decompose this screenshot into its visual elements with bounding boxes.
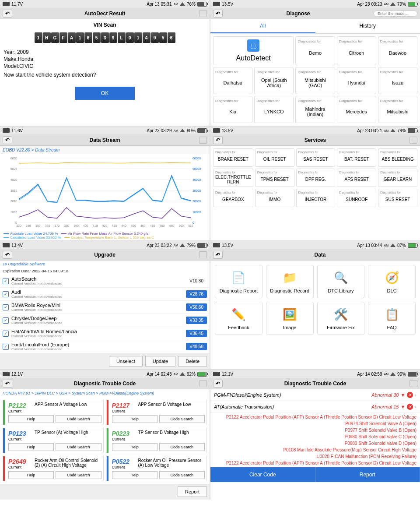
upgrade-row[interactable]: ✓Chrysler/Dodge/JeepCurrent Version: not… [0,314,210,327]
help-button[interactable]: Help [112,471,158,479]
service-card[interactable]: Diagnostics forBAT. RESET [337,148,376,167]
update-button[interactable]: Update [145,356,175,366]
service-card[interactable]: Diagnostics forBRAKE RESET [213,148,253,167]
upgrade-row[interactable]: ✓Ford/Lincoln/Ford (Europe)Current Versi… [0,340,210,353]
help-button[interactable]: Help [8,471,54,479]
upgrade-row[interactable]: ✓AudiCurrent Version: not downloadedV28.… [0,288,210,301]
data-card[interactable]: 🔍DTC Library [317,265,365,298]
back-button[interactable]: ↶ [3,380,12,388]
autodetect-card[interactable]: ⬚ AutoDetect [213,36,294,65]
brand-card[interactable]: Diagnostics forIsuzu [378,67,417,94]
service-card[interactable]: Diagnostics forSUNROOF [337,189,376,207]
clear-code-button[interactable]: Clear Code [210,467,315,482]
action-icon[interactable] [199,137,207,144]
service-card[interactable]: Diagnostics forDPF REG. [296,169,336,187]
data-card[interactable]: 🖼️Image [266,302,314,335]
back-button[interactable]: ↶ [213,136,223,144]
brand-card[interactable]: Diagnostics forMercedes [337,96,376,123]
brand-card[interactable]: Diagnostics forOpel (South Africa) [254,67,294,94]
help-button[interactable]: Help [112,415,158,423]
system-row[interactable]: AT(Automatic Transmission)Abnormal 15 ▼✕… [210,401,420,413]
brand-card[interactable]: Diagnostics forKia [213,96,252,123]
panel-autodetect-result: 11.7V Apr 13 05:31AM76% ↶ AutoDect Resul… [0,0,210,126]
action-icon[interactable] [410,137,417,144]
service-card[interactable]: Diagnostics forGEARBOX [213,189,253,207]
checkbox[interactable]: ✓ [3,304,9,310]
help-button[interactable]: Help [8,443,54,451]
search-input[interactable] [374,11,417,17]
back-button[interactable]: ↶ [3,10,12,18]
service-card[interactable]: Diagnostics forTPMS RESET [255,169,294,187]
help-button[interactable]: Help [8,415,54,423]
checkbox[interactable]: ✓ [3,344,9,350]
brand-card[interactable]: Diagnostics forMitsubishi (GAC) [295,67,335,94]
report-button[interactable]: Report [178,486,207,497]
brand-card[interactable]: Diagnostics forCitroen [337,36,376,65]
service-card[interactable]: Diagnostics forGEAR LEARN [378,169,417,187]
service-card[interactable]: Diagnostics forELEC.THROTTLE RLRN [213,169,253,187]
upgrade-row[interactable]: ✓AutoSearchCurrent Version: not download… [0,275,210,288]
svg-text:470: 470 [150,224,155,227]
service-card[interactable]: Diagnostics forINJECTOR [296,189,336,207]
ok-button[interactable]: OK [75,87,135,100]
system-row[interactable]: PGM-FI/Diesel(Engine System)Abnormal 30 … [210,389,420,401]
back-button[interactable]: ↶ [213,251,223,259]
vin-digit: 9 [109,32,117,43]
service-card[interactable]: Diagnostics forSAS RESET [296,148,336,167]
tab-all[interactable]: All [210,19,315,33]
data-card[interactable]: 🧭DLC [368,265,416,298]
data-card[interactable]: 📄Diagnostic Report [215,265,262,298]
back-button[interactable]: ↶ [213,10,223,18]
svg-text:60000: 60000 [192,157,201,160]
svg-text:340: 340 [26,224,31,227]
data-card[interactable]: 🛠️Firmware Fix [317,302,365,335]
checkbox[interactable]: ✓ [3,278,9,284]
code-search-button[interactable]: Code Search [56,415,101,423]
brand-card[interactable]: Diagnostics forDaewoo [378,36,417,65]
brand-card[interactable]: Diagnostics forDemo [295,36,335,65]
tab-history[interactable]: History [315,19,420,33]
service-card[interactable]: Diagnostics forAFS RESET [337,169,376,187]
back-button[interactable]: ↶ [3,136,12,144]
code-search-button[interactable]: Code Search [56,471,101,479]
code-search-button[interactable]: Code Search [56,443,101,451]
upgrade-row[interactable]: ✓Fiat/Abarth/Alfa Romeo/LanciaCurrent Ve… [0,327,210,340]
dtc-code: P0123 [8,430,33,437]
service-card[interactable]: Diagnostics forABS BLEEDING [378,148,417,167]
dtc-line: P2122 Accelerator Pedal Position (APP) S… [214,460,416,466]
brand-card[interactable]: Diagnostics forMitsubishi [378,96,417,123]
code-search-button[interactable]: Code Search [159,443,205,451]
upgrade-row[interactable]: ✓BMW/Rolls Royce/MiniCurrent Version: no… [0,301,210,314]
action-icon[interactable] [410,380,417,387]
code-search-button[interactable]: Code Search [159,415,205,423]
back-button[interactable]: ↶ [3,251,12,259]
panel-data-stream: 11.6V Apr 23 03:29AM80% ↶ Data Stream EO… [0,127,210,240]
close-icon[interactable]: ✕ [407,404,413,410]
checkbox[interactable]: ✓ [3,317,9,324]
back-button[interactable]: ↶ [213,380,223,388]
brand-card[interactable]: Diagnostics forHyundai [337,67,376,94]
service-card[interactable]: Diagnostics forOIL RESET [255,148,294,167]
service-card[interactable]: Diagnostics forSUS RESET [378,189,417,207]
action-icon[interactable] [199,251,207,258]
brand-card[interactable]: Diagnostics forDaihatsu [213,67,252,94]
wifi-icon [390,372,396,376]
checkbox[interactable]: ✓ [3,291,9,297]
unselect-button[interactable]: Unselect [109,356,143,366]
service-card[interactable]: Diagnostics forIMMO [255,189,294,207]
data-card[interactable]: ✏️Feedback [215,302,262,335]
data-card[interactable]: 📁Diagnostic Record [266,265,314,298]
code-search-button[interactable]: Code Search [159,471,205,479]
help-button[interactable]: Help [112,443,158,451]
car-icon [3,2,10,6]
data-card[interactable]: 📋FAQ [368,302,416,335]
brand-card[interactable]: Diagnostics forMahindra (Indian) [295,96,335,123]
delete-button[interactable]: Delete [178,356,207,366]
report-button[interactable]: Report [315,467,420,482]
action-icon[interactable] [199,380,207,387]
action-icon[interactable] [199,10,207,17]
checkbox[interactable]: ✓ [3,331,9,337]
brand-card[interactable]: Diagnostics forLYNKCO [254,96,294,123]
vin-digit: 9 [151,32,159,43]
close-icon[interactable]: ✕ [407,392,413,398]
